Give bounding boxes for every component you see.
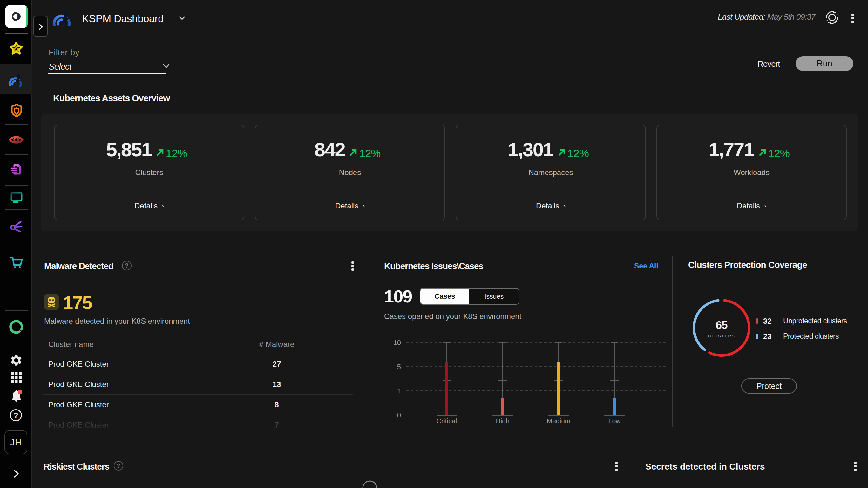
svg-text:1: 1: [397, 387, 401, 395]
svg-text:5: 5: [397, 363, 401, 371]
svg-text:0: 0: [397, 411, 401, 419]
svg-text:10: 10: [393, 339, 401, 346]
